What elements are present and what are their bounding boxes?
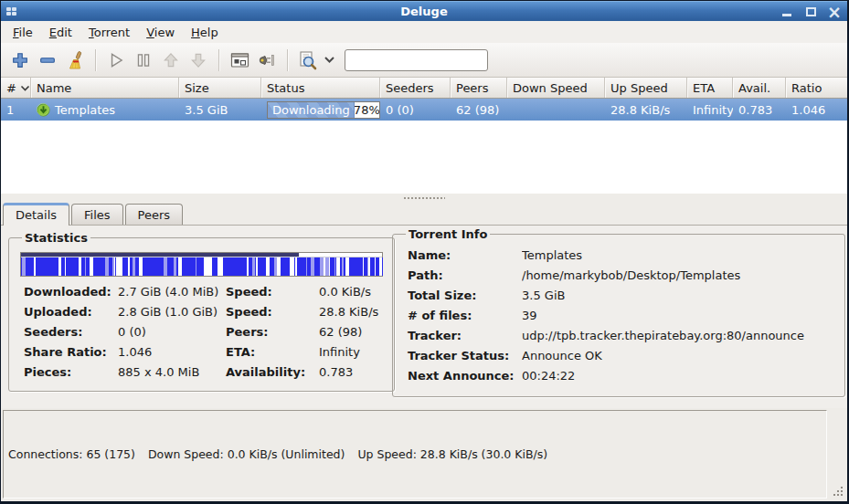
sort-indicator-icon — [20, 85, 30, 92]
resize-grip-icon[interactable] — [831, 484, 844, 498]
menu-torrent[interactable]: Torrent — [80, 23, 138, 42]
column-header-avail[interactable]: Avail. — [733, 78, 786, 98]
torrent-avail: 0.783 — [733, 99, 786, 121]
progress-bar: Downloading 78% Downloading 78% — [267, 101, 380, 119]
search-filter-dropdown[interactable] — [322, 47, 336, 74]
torrent-info-frame: Torrent Info Name: Templates Path: /home… — [392, 227, 845, 397]
stat-label: Speed: — [226, 305, 319, 319]
broom-icon — [66, 51, 84, 69]
pieces-stripes — [21, 257, 382, 276]
column-header-size[interactable]: Size — [179, 78, 261, 98]
stat-label: Seeders: — [24, 325, 118, 339]
info-value: Templates — [522, 248, 837, 262]
torrent-list-empty-area[interactable] — [1, 121, 847, 194]
status-down-speed: Down Speed: 0.0 KiB/s (Unlimited) — [148, 447, 345, 461]
toolbar-separator — [95, 49, 96, 71]
window-controls: × — [780, 5, 842, 19]
column-header-ratio[interactable]: Ratio — [786, 78, 847, 98]
preferences-button[interactable] — [226, 47, 253, 74]
close-button[interactable]: × — [827, 5, 842, 19]
column-header-number[interactable]: # — [1, 78, 31, 98]
info-value: /home/markybob/Desktop/Templates — [522, 268, 837, 282]
progress-fill: Downloading 78% — [268, 102, 355, 118]
column-header-eta[interactable]: ETA — [687, 78, 733, 98]
column-header-status[interactable]: Status — [261, 78, 380, 98]
stat-value: 62 (98) — [319, 325, 387, 339]
menu-view[interactable]: View — [138, 23, 183, 42]
statistics-grid: Downloaded: 2.7 GiB (4.0 MiB) Speed: 0.0… — [16, 285, 387, 379]
info-label: Total Size: — [408, 289, 522, 302]
queue-up-button[interactable] — [157, 47, 185, 74]
search-input[interactable] — [345, 49, 488, 71]
deluge-window: Deluge × File Edit Torrent View Help — [1, 1, 847, 501]
torrent-down-speed — [507, 99, 605, 121]
stat-label: Peers: — [226, 325, 319, 339]
maximize-button[interactable] — [803, 5, 818, 19]
stat-value: 0.783 — [319, 365, 387, 379]
stat-value: 28.8 KiB/s — [319, 305, 387, 319]
column-header-down-speed[interactable]: Down Speed — [507, 78, 605, 98]
info-label: Next Announce: — [408, 369, 522, 383]
queue-down-button[interactable] — [185, 47, 212, 74]
info-label: Path: — [408, 268, 522, 282]
stat-label: ETA: — [226, 345, 319, 359]
column-header-peers[interactable]: Peers — [451, 78, 507, 98]
info-value: 00:24:22 — [522, 369, 837, 383]
torrent-id: 1 — [1, 99, 31, 121]
info-label: Tracker: — [408, 329, 522, 342]
column-header-up-speed[interactable]: Up Speed — [605, 78, 687, 98]
torrent-name: Templates — [55, 103, 115, 117]
torrent-size: 3.5 GiB — [179, 99, 261, 121]
resume-torrent-button[interactable] — [102, 47, 130, 74]
stat-label: Pieces: — [24, 365, 118, 379]
minimize-button[interactable] — [780, 5, 794, 19]
details-tabbar: Details Files Peers — [1, 203, 847, 226]
tab-files[interactable]: Files — [71, 204, 123, 226]
stat-label: Availability: — [226, 365, 319, 379]
pieces-bar — [20, 252, 383, 277]
menu-help[interactable]: Help — [183, 23, 227, 42]
column-header-name[interactable]: Name — [31, 78, 179, 98]
titlebar[interactable]: Deluge × — [1, 1, 847, 21]
tab-peers[interactable]: Peers — [125, 204, 184, 226]
column-header-seeders[interactable]: Seeders — [380, 78, 451, 98]
list-header: # Name Size Status Seeders Peers Down Sp… — [1, 78, 847, 99]
search-filter-button[interactable] — [294, 47, 322, 74]
remove-torrent-button[interactable] — [34, 47, 61, 74]
table-row[interactable]: 1 Templates 3.5 GiB Downloading 78% Down… — [1, 99, 847, 121]
info-value: 39 — [522, 309, 837, 322]
close-icon: × — [827, 5, 842, 18]
torrent-peers: 62 (98) — [451, 99, 507, 121]
torrent-ratio: 1.046 — [786, 99, 847, 121]
menu-edit[interactable]: Edit — [41, 23, 80, 42]
up-arrow-icon — [162, 51, 180, 69]
connection-manager-button[interactable] — [253, 47, 281, 74]
pane-splitter[interactable] — [1, 194, 847, 203]
stat-value: 0 (0) — [118, 325, 226, 339]
tab-details[interactable]: Details — [3, 203, 69, 226]
stat-value: Infinity — [319, 345, 387, 359]
pause-torrent-button[interactable] — [130, 47, 157, 74]
search-icon — [298, 50, 318, 70]
menu-file[interactable]: File — [5, 23, 41, 42]
clear-finished-button[interactable] — [61, 47, 89, 74]
statusbar: Connections: 65 (175) Down Speed: 0.0 Ki… — [1, 408, 847, 501]
statistics-title: Statistics — [22, 231, 90, 245]
statusbar-box: Connections: 65 (175) Down Speed: 0.0 Ki… — [3, 410, 827, 499]
stat-label: Uploaded: — [24, 305, 118, 319]
add-torrent-button[interactable] — [6, 47, 34, 74]
statistics-frame: Statistics Downloaded: 2.7 GiB (4.0 MiB)… — [8, 231, 395, 392]
plus-icon — [12, 52, 28, 68]
details-pane: Statistics Downloaded: 2.7 GiB (4.0 MiB)… — [1, 226, 847, 408]
minus-icon — [39, 52, 56, 68]
info-value: Announce OK — [522, 349, 837, 362]
torrent-seeders: 0 (0) — [380, 99, 451, 121]
info-value: 3.5 GiB — [522, 289, 837, 302]
stat-value: 0.0 KiB/s — [319, 285, 387, 299]
stat-label: Speed: — [226, 285, 319, 299]
preferences-icon — [230, 52, 249, 68]
torrent-status-cell: Downloading 78% Downloading 78% — [261, 99, 380, 121]
stat-value: 2.8 GiB (1.0 GiB) — [118, 305, 226, 319]
torrent-name-cell: Templates — [31, 99, 179, 121]
down-arrow-icon — [189, 51, 207, 69]
